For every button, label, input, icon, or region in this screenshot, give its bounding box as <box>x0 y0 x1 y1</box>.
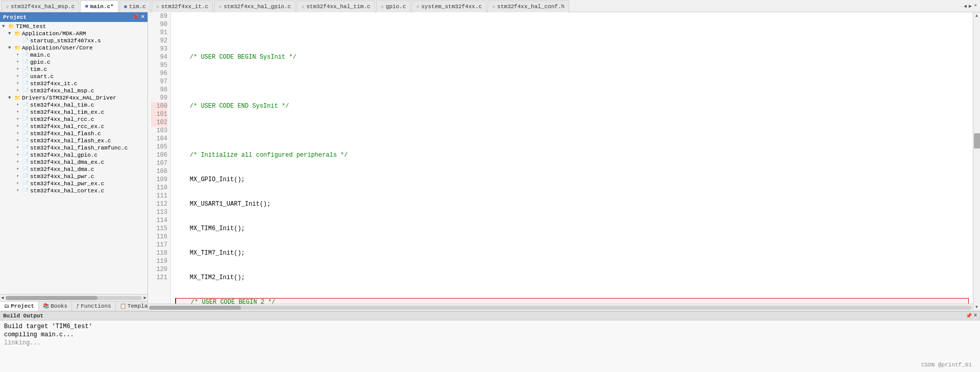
tab-close-all[interactable]: × <box>973 2 978 10</box>
tree-item-hal-cortex[interactable]: + 📄 stm32f4xx_hal_cortex.c <box>0 187 148 194</box>
tree-item-hal-flash-ram[interactable]: + 📄 stm32f4xx_hal_flash_ramfunc.c <box>0 144 148 152</box>
ln-105: 105 <box>151 143 167 151</box>
build-pin-icon[interactable]: 📌 <box>966 313 972 319</box>
build-line-3: linking... <box>4 339 976 347</box>
code-hscroll-track[interactable] <box>149 306 972 310</box>
ln-118: 118 <box>151 249 167 257</box>
code-hscroll[interactable] <box>148 304 973 311</box>
tab-hal-conf[interactable]: ■ stm32f4xx_hal_conf.h <box>487 1 569 12</box>
tab-hal-tim[interactable]: ■ stm32f4xx_hal_tim.c <box>297 1 375 12</box>
tree-label-hal-dma: stm32f4xx_hal_dma.c <box>30 166 94 172</box>
tree-item-hal-msp[interactable]: + 📄 stm32f4xx_hal_msp.c <box>0 87 148 94</box>
tree-item-gpio-c[interactable]: + 📄 gpio.c <box>0 59 148 66</box>
vscroll-thumb[interactable] <box>974 133 980 148</box>
ln-109: 109 <box>151 176 167 184</box>
vscroll-down-btn[interactable]: ▼ <box>973 304 980 311</box>
sidebar-tab-project[interactable]: 🗂 Project <box>0 302 39 311</box>
tree-item-stm32-it[interactable]: + 📄 stm32f4xx_it.c <box>0 80 148 87</box>
tree-item-hal-pwr[interactable]: + 📄 stm32f4xx_hal_pwr.c <box>0 173 148 180</box>
build-output: Build Output 📌 × Build target 'TIM6_test… <box>0 311 980 372</box>
sidebar-tab-templates[interactable]: 📋 Templates <box>116 302 148 311</box>
code-hscroll-thumb[interactable] <box>149 306 241 310</box>
file-icon-hal-flash-ex: 📄 <box>22 138 29 144</box>
tab-label-conf: stm32f4xx_hal_conf.h <box>497 4 565 10</box>
code-content[interactable]: 89 90 91 92 93 94 95 96 97 98 99 100 101… <box>148 12 973 304</box>
main-area: Project 📌 × ▼ 📁 TIM6_test ▼ 📁 Applicatio… <box>0 12 980 311</box>
tree-item-hal-flash[interactable]: + 📄 stm32f4xx_hal_flash.c <box>0 130 148 137</box>
tree-item-mdk-arm[interactable]: ▼ 📁 Application/MDK-ARM <box>0 30 148 37</box>
tree-item-hal-tim-drv[interactable]: + 📄 stm32f4xx_hal_tim.c <box>0 102 148 109</box>
file-icon-hal-tim-ex: 📄 <box>22 109 29 115</box>
tab-system[interactable]: ■ system_stm32f4xx.c <box>411 1 486 12</box>
hscroll-thumb[interactable] <box>6 296 97 300</box>
expand-icon-hal-flash-ram: + <box>16 145 22 151</box>
hscroll-right-btn[interactable]: ▶ <box>143 295 148 301</box>
sidebar-tab-functions[interactable]: ƒ Functions <box>72 302 115 311</box>
ln-103: 103 <box>151 127 167 135</box>
ln-92: 92 <box>151 37 167 45</box>
tab-icon-system: ■ <box>416 4 419 10</box>
expand-icon-hal-cortex: + <box>16 188 22 193</box>
ln-95: 95 <box>151 61 167 69</box>
tree-label-hal-pwr: stm32f4xx_hal_pwr.c <box>30 173 94 180</box>
tab-stm32f4xx-it[interactable]: ■ stm32f4xx_it.c <box>152 1 213 12</box>
ln-101: 101 <box>151 110 167 118</box>
tab-tim[interactable]: ■ tim.c <box>119 1 151 12</box>
tree-item-hal-tim-ex[interactable]: + 📄 stm32f4xx_hal_tim_ex.c <box>0 109 148 116</box>
tree-item-root[interactable]: ▼ 📁 TIM6_test <box>0 23 148 30</box>
file-icon-hal-gpio-drv: 📄 <box>22 152 29 158</box>
tree-item-hal-flash-ex[interactable]: + 📄 stm32f4xx_hal_flash_ex.c <box>0 137 148 144</box>
tab-hal-gpio[interactable]: ■ stm32f4xx_hal_gpio.c <box>214 1 296 12</box>
ln-119: 119 <box>151 257 167 265</box>
tab-gpio[interactable]: ■ gpio.c <box>376 1 411 12</box>
tab-main[interactable]: ■ main.c* <box>80 1 118 12</box>
sidebar-hscroll[interactable]: ◀ ▶ <box>0 294 148 301</box>
tree-item-hal-dma-ex[interactable]: + 📄 stm32f4xx_hal_dma_ex.c <box>0 159 148 166</box>
build-output-title: Build Output <box>3 313 43 319</box>
expand-icon-tim-c: + <box>16 67 22 72</box>
tree-item-tim-c[interactable]: + 📄 tim.c <box>0 66 148 73</box>
tree-label-mdk: Application/MDK-ARM <box>22 31 86 37</box>
tree-item-main-c[interactable]: + 📄 main.c <box>0 52 148 59</box>
folder-icon-drivers: 📁 <box>14 95 20 101</box>
tree-item-hal-pwr-ex[interactable]: + 📄 stm32f4xx_hal_pwr_ex.c <box>0 180 148 187</box>
expand-icon-hal-tim-ex: + <box>16 110 22 115</box>
tab-label-gpiofile: gpio.c <box>386 4 406 10</box>
tab-scroll-left[interactable]: ◀ <box>963 2 968 10</box>
tree-item-hal-rcc-ex[interactable]: + 📄 stm32f4xx_hal_rcc_ex.c <box>0 123 148 130</box>
hscroll-left-btn[interactable]: ◀ <box>0 295 5 301</box>
expand-icon-hal-dma-ex: + <box>16 160 22 165</box>
sidebar-tree[interactable]: ▼ 📁 TIM6_test ▼ 📁 Application/MDK-ARM ▶ … <box>0 22 148 294</box>
close-icon[interactable]: × <box>141 14 144 20</box>
tree-item-hal-dma[interactable]: + 📄 stm32f4xx_hal_dma.c <box>0 166 148 173</box>
tab-stm32f4xx-hal-msp[interactable]: ■ stm32f4xx_hal_msp.c <box>1 1 79 12</box>
tree-item-user-core[interactable]: ▼ 📁 Application/User/Core <box>0 44 148 52</box>
build-close-icon[interactable]: × <box>974 313 977 319</box>
build-output-header: Build Output 📌 × <box>0 312 980 320</box>
code-line-99: MX_TIM2_Init(); <box>175 274 969 282</box>
sidebar-bottom-tabs: 🗂 Project 📚 Books ƒ Functions 📋 Template… <box>0 301 148 311</box>
tree-item-usart-c[interactable]: + 📄 usart.c <box>0 73 148 80</box>
attribution: CSDN @printf_01 <box>921 362 972 368</box>
pin-icon[interactable]: 📌 <box>132 14 139 20</box>
code-lines[interactable]: /* USER CODE BEGIN SysInit */ /* USER CO… <box>171 12 973 304</box>
tree-label-hal-flash-ram: stm32f4xx_hal_flash_ramfunc.c <box>30 145 128 151</box>
tree-item-hal-rcc[interactable]: + 📄 stm32f4xx_hal_rcc.c <box>0 116 148 123</box>
vscroll-up-btn[interactable]: ▲ <box>973 12 980 19</box>
ln-102: 102 <box>151 118 167 127</box>
tree-item-startup[interactable]: ▶ 📄 startup_stm32f407xx.s <box>0 37 148 44</box>
hscroll-track[interactable] <box>6 296 141 300</box>
code-line-91 <box>175 78 969 86</box>
sidebar-tab-books[interactable]: 📚 Books <box>39 302 72 311</box>
file-icon-hal-tim-drv: 📄 <box>22 102 29 108</box>
tree-item-drivers[interactable]: ▼ 📁 Drivers/STM32F4xx_HAL_Driver <box>0 94 148 102</box>
tree-item-hal-gpio-drv[interactable]: + 📄 stm32f4xx_hal_gpio.c <box>0 152 148 159</box>
vertical-scrollbar[interactable]: ▲ ▼ <box>973 12 980 311</box>
expand-icon-user-core: ▼ <box>8 45 14 51</box>
vscroll-track[interactable] <box>973 19 980 304</box>
tab-scroll-right[interactable]: ▶ <box>968 2 973 10</box>
expand-icon-drivers: ▼ <box>8 95 14 101</box>
tab-label-gpio: stm32f4xx_hal_gpio.c <box>224 4 291 10</box>
ln-94: 94 <box>151 53 167 61</box>
ln-89: 89 <box>151 12 167 20</box>
